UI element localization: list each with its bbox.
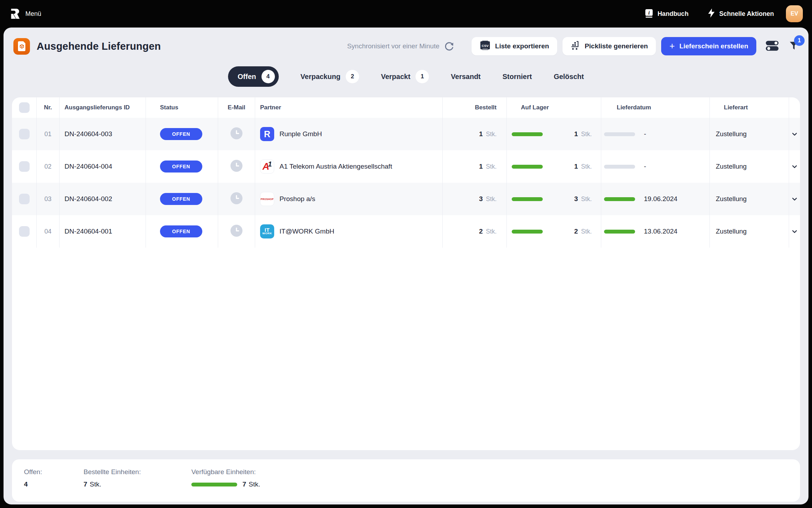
sync-status-text: Synchronisiert vor einer Minute <box>347 42 439 50</box>
export-list-button[interactable]: CSV Liste exportieren <box>472 37 557 55</box>
tab-storniert[interactable]: Storniert <box>503 73 532 81</box>
toggles-icon <box>765 40 780 53</box>
select-all-checkbox[interactable] <box>19 102 30 113</box>
user-avatar[interactable]: EV <box>786 5 803 22</box>
ordered-unit: Stk. <box>486 195 497 203</box>
refresh-icon[interactable] <box>444 41 454 52</box>
status-badge: OFFEN <box>160 161 202 173</box>
row-expand-chevron-icon[interactable] <box>789 183 800 215</box>
ordered-unit: Stk. <box>486 163 497 170</box>
delivery-type: Zustellung <box>710 215 789 248</box>
ordered-qty: 1 <box>479 130 483 138</box>
email-pending-clock-icon <box>230 160 242 173</box>
partner-logo-text: 1 <box>268 161 272 168</box>
tab-offen[interactable]: Offen 4 <box>228 66 278 87</box>
table-row[interactable]: 02 DN-240604-004 OFFEN A1 A1 Telekom Aus… <box>12 150 800 183</box>
tab-label: Offen <box>238 73 256 81</box>
row-number: 01 <box>37 118 60 150</box>
partner-logo: PROSHOP <box>260 192 274 206</box>
tab-verpackt[interactable]: Verpackt 1 <box>381 70 429 83</box>
row-number: 03 <box>37 183 60 215</box>
stock-qty: 3 <box>574 195 578 203</box>
summary-open-label: Offen: <box>24 468 84 476</box>
stock-progress-bar <box>512 132 543 136</box>
handbook-button[interactable]: i Handbuch <box>644 8 689 19</box>
delivery-date: - <box>644 163 646 170</box>
delivery-type: Zustellung <box>710 150 789 183</box>
stock-qty: 1 <box>574 163 578 170</box>
create-delivery-note-label: Lieferschein erstellen <box>679 42 748 50</box>
row-expand-chevron-icon[interactable] <box>789 215 800 248</box>
summary-available-value: 7 <box>242 480 246 488</box>
col-header-status: Status <box>146 97 218 118</box>
partner-name: IT@WORK GmbH <box>279 228 334 235</box>
delivery-id: DN-240604-002 <box>60 183 146 215</box>
generate-picklist-button[interactable]: Pickliste generieren <box>562 37 656 55</box>
page-title: Ausgehende Lieferungen <box>37 41 161 52</box>
row-expand-chevron-icon[interactable] <box>789 150 800 183</box>
menu-button[interactable]: Menü <box>10 8 41 20</box>
runple-logo-icon <box>10 8 20 20</box>
svg-text:i: i <box>648 10 650 16</box>
row-checkbox[interactable] <box>19 226 30 237</box>
ordered-qty: 3 <box>479 195 483 203</box>
col-header-type: Lieferart <box>710 97 789 118</box>
col-header-email: E-Mail <box>218 97 255 118</box>
delivery-date-progress-bar <box>604 132 635 136</box>
row-checkbox[interactable] <box>19 129 30 139</box>
summary-footer: Offen: 4 Bestellte Einheiten: 7Stk. Verf… <box>12 459 800 502</box>
export-list-label: Liste exportieren <box>495 42 549 50</box>
tab-label: Verpackung <box>301 73 340 81</box>
table-row[interactable]: 03 DN-240604-002 OFFEN PROSHOP Proshop a… <box>12 183 800 215</box>
row-checkbox[interactable] <box>19 194 30 204</box>
page-header: Ausgehende Lieferungen Synchronisiert vo… <box>13 37 799 55</box>
row-number: 04 <box>37 215 60 248</box>
menu-label: Menü <box>25 10 41 18</box>
partner-name: Proshop a/s <box>279 195 315 203</box>
partner-name: Runple GmbH <box>279 130 322 138</box>
tab-verpackung[interactable]: Verpackung 2 <box>301 70 359 83</box>
create-delivery-note-button[interactable]: + Lieferschein erstellen <box>661 37 756 55</box>
deliveries-table: Nr. Ausgangslieferungs ID Status E-Mail … <box>12 97 800 450</box>
tab-versandt[interactable]: Versandt <box>451 73 480 81</box>
delivery-type: Zustellung <box>710 183 789 215</box>
ordered-qty: 2 <box>479 228 483 235</box>
summary-open-value: 4 <box>24 480 84 488</box>
col-header-nr: Nr. <box>37 97 60 118</box>
table-row[interactable]: 04 DN-240604-001 OFFEN ITWORK IT@WORK Gm… <box>12 215 800 248</box>
status-tabs: Offen 4 Verpackung 2 Verpackt 1 Versandt… <box>4 66 808 87</box>
partner-name: A1 Telekom Austria Aktiengesellschaft <box>279 163 392 170</box>
partner-logo: R <box>260 127 274 141</box>
handbook-label: Handbuch <box>658 10 689 18</box>
delivery-id: DN-240604-004 <box>60 150 146 183</box>
row-expand-chevron-icon[interactable] <box>789 118 800 150</box>
row-checkbox[interactable] <box>19 161 30 172</box>
col-header-date: Lieferdatum <box>601 97 710 118</box>
quick-actions-label: Schnelle Aktionen <box>719 10 774 18</box>
col-header-partner: Partner <box>255 97 443 118</box>
partner-logo: A1 <box>260 159 274 174</box>
summary-available-label: Verfügbare Einheiten: <box>191 468 260 476</box>
main-content: Ausgehende Lieferungen Synchronisiert vo… <box>4 28 808 504</box>
delivery-date: 13.06.2024 <box>644 228 677 235</box>
filter-button[interactable]: 1 <box>788 40 799 53</box>
stock-progress-bar <box>512 197 543 201</box>
summary-available-unit: Stk. <box>249 480 260 488</box>
ordered-qty: 1 <box>479 163 483 170</box>
tab-geloescht[interactable]: Gelöscht <box>554 73 584 81</box>
stock-progress-bar <box>512 165 543 169</box>
topbar: Menü i Handbuch Schnelle Aktionen EV <box>0 0 812 28</box>
email-pending-clock-icon <box>230 127 242 141</box>
table-settings-button[interactable] <box>765 40 780 53</box>
tab-label: Gelöscht <box>554 73 584 81</box>
delivery-date: 19.06.2024 <box>644 195 677 203</box>
partner-logo-text: WORK <box>262 232 272 235</box>
status-badge: OFFEN <box>160 225 202 237</box>
quick-actions-button[interactable]: Schnelle Aktionen <box>707 8 774 19</box>
plus-icon: + <box>669 41 675 50</box>
csv-file-icon: CSV <box>480 41 491 52</box>
status-badge: OFFEN <box>160 193 202 205</box>
tab-label: Verpackt <box>381 73 410 81</box>
table-row[interactable]: 01 DN-240604-003 OFFEN R Runple GmbH 1St… <box>12 118 800 150</box>
email-pending-clock-icon <box>230 192 242 206</box>
